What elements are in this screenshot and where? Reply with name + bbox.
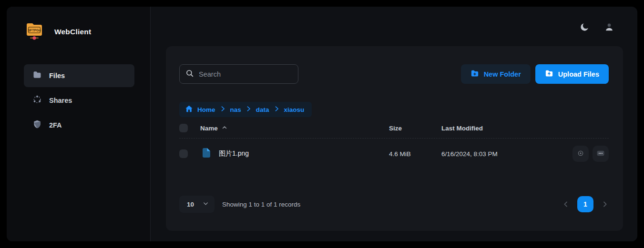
chevron-right-icon[interactable] — [601, 200, 609, 208]
table-row: 图片1.png 4.6 MiB 6/16/2024, 8:03 PM — [179, 139, 609, 169]
sidebar-item-shares[interactable]: Shares — [24, 89, 134, 112]
page-size-value: 10 — [187, 201, 194, 208]
sidebar-item-label: Shares — [49, 97, 72, 104]
file-name-cell[interactable]: 图片1.png — [200, 147, 389, 160]
folder-upload-icon — [545, 69, 553, 79]
name-header-label: Name — [200, 125, 218, 132]
page-size-select[interactable]: 10 — [179, 196, 215, 213]
chevron-left-icon[interactable] — [562, 200, 570, 208]
chevron-right-icon — [274, 105, 280, 114]
upload-files-button[interactable]: Upload Files — [535, 64, 609, 84]
pagination: 1 — [562, 196, 609, 212]
row-actions — [568, 146, 609, 162]
file-size: 4.6 MiB — [389, 150, 441, 158]
search-input[interactable] — [199, 70, 292, 78]
svg-text:SFTPGo: SFTPGo — [28, 29, 41, 32]
sidebar-item-label: 2FA — [49, 121, 62, 129]
sidebar-item-files[interactable]: Files — [24, 64, 134, 87]
moon-icon[interactable] — [579, 22, 590, 32]
folder-plus-icon — [470, 69, 479, 79]
topbar — [151, 7, 637, 32]
breadcrumb: Home nas data xiaosu — [179, 102, 312, 117]
file-icon — [200, 147, 212, 160]
upload-files-label: Upload Files — [558, 70, 599, 78]
brand: SFTPGo WebClient — [7, 7, 150, 43]
new-folder-button[interactable]: New Folder — [461, 64, 531, 84]
file-modified: 6/16/2024, 8:03 PM — [441, 150, 568, 158]
sidebar: SFTPGo WebClient Files — [7, 7, 151, 241]
app-window: SFTPGo WebClient Files — [7, 7, 637, 241]
column-header-name[interactable]: Name — [200, 125, 389, 132]
search-box — [179, 64, 298, 84]
toolbar-buttons: New Folder Upload Files — [461, 64, 609, 84]
home-icon[interactable] — [185, 105, 193, 115]
user-icon[interactable] — [604, 22, 614, 32]
breadcrumb-item-home[interactable]: Home — [197, 106, 215, 113]
breadcrumb-item-data[interactable]: data — [256, 106, 269, 113]
shield-icon — [32, 119, 42, 131]
ellipsis-icon — [596, 150, 605, 158]
chevron-right-icon — [220, 105, 226, 114]
page-1-button[interactable]: 1 — [577, 196, 593, 212]
more-actions-button[interactable] — [593, 146, 609, 162]
sidebar-nav: Files Shares — [7, 64, 150, 137]
table-header: Name Size Last Modified — [179, 124, 609, 139]
select-all-checkbox[interactable] — [179, 124, 188, 132]
breadcrumb-item-nas[interactable]: nas — [230, 106, 241, 113]
preview-button[interactable] — [572, 146, 589, 162]
new-folder-label: New Folder — [484, 70, 521, 78]
eye-icon — [577, 149, 584, 159]
sftpgo-logo-icon: SFTPGo — [24, 21, 45, 43]
sidebar-item-2fa[interactable]: 2FA — [24, 114, 134, 137]
sidebar-item-label: Files — [49, 72, 65, 79]
chevron-right-icon — [245, 105, 252, 114]
column-header-modified: Last Modified — [441, 125, 568, 132]
breadcrumb-item-xiaosu[interactable]: xiaosu — [284, 106, 305, 113]
records-summary: Showing 1 to 1 of 1 records — [222, 201, 300, 208]
app-title: WebClient — [54, 28, 91, 36]
files-toolbar: New Folder Upload Files — [179, 64, 609, 84]
share-icon — [32, 95, 42, 106]
search-icon — [185, 69, 194, 79]
column-header-size: Size — [389, 125, 441, 132]
table-footer: 10 Showing 1 to 1 of 1 records 1 — [179, 196, 609, 213]
files-card: New Folder Upload Files Home — [166, 46, 623, 231]
main-area: New Folder Upload Files Home — [151, 7, 637, 241]
folder-icon — [32, 70, 42, 81]
chevron-down-icon — [203, 200, 209, 208]
file-name: 图片1.png — [219, 149, 249, 158]
sort-asc-icon — [222, 125, 227, 132]
row-checkbox[interactable] — [179, 149, 188, 158]
